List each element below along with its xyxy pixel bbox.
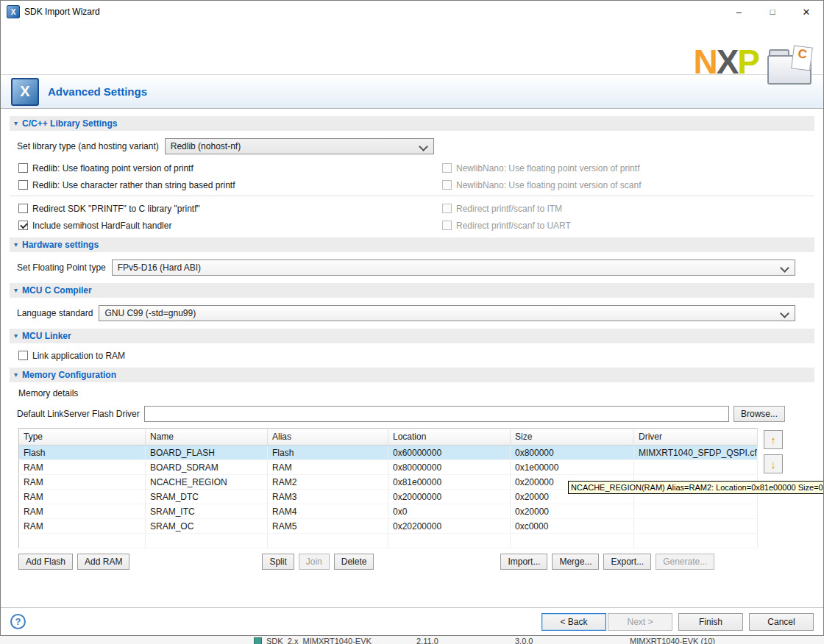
section-mcu-linker[interactable]: ▾ MCU Linker [10,329,814,343]
cell-name: BOARD_FLASH [146,446,268,460]
library-type-combo[interactable]: Redlib (nohost-nf) [165,138,434,154]
section-hardware-settings[interactable]: ▾ Hardware settings [10,237,814,252]
finish-button[interactable]: Finish [678,613,743,631]
collapse-arrow-icon[interactable]: ▾ [14,120,18,127]
collapse-arrow-icon[interactable]: ▾ [14,332,18,340]
cell-size: 0xc0000 [511,519,634,534]
titlebar: X SDK Import Wizard – □ ✕ [1,1,823,23]
section-mcu-c-compiler[interactable]: ▾ MCU C Compiler [10,283,814,298]
cell-location: 0x0 [388,504,511,519]
flash-driver-input[interactable] [144,406,729,422]
maximize-button[interactable]: □ [756,1,789,23]
background-text-fragment: 2.11.0 [416,637,438,644]
section-title: MCU Linker [22,331,71,341]
cell-alias: RAM3 [268,490,388,504]
join-button[interactable]: Join [299,554,330,570]
checkbox-box[interactable] [442,163,452,173]
section-library-settings[interactable]: ▾ C/C++ Library Settings [10,116,814,131]
import-button[interactable]: Import... [500,554,547,570]
checkbox-box[interactable] [442,204,452,213]
add-ram-button[interactable]: Add RAM [77,554,129,570]
col-header-location[interactable]: Location [388,429,511,446]
cell-size: 0x800000 [511,446,634,460]
folder-c-badge: C [797,46,808,62]
checkbox-label: Redlib: Use character rather than string… [32,180,235,190]
minimize-button[interactable]: – [722,1,756,23]
sdk-item-icon [254,637,262,644]
checkbox-label: NewlibNano: Use floating point version o… [456,180,641,190]
checkbox-redirect-itm[interactable]: Redirect printf/scanf to ITM [442,202,814,215]
collapse-arrow-icon[interactable]: ▾ [14,287,18,294]
checkbox-box[interactable] [442,180,452,190]
screen: X SDK Import Wizard – □ ✕ NXP C X Advanc… [0,0,824,644]
checkbox-box[interactable] [18,163,28,173]
col-header-alias[interactable]: Alias [268,429,388,446]
checkbox-box[interactable] [18,351,28,360]
chevron-down-icon [780,309,789,318]
memory-details-label: Memory details [18,388,814,398]
cell-alias: RAM2 [268,475,388,490]
checkbox-redlib-char-printf[interactable]: Redlib: Use character rather than string… [18,179,442,191]
cell-type: RAM [19,460,146,475]
cell-location: 0x20000000 [388,490,511,504]
table-row[interactable]: RAM SRAM_OC RAM5 0x20200000 0xc0000 [19,519,758,534]
checkbox-link-app-to-ram[interactable]: Link application to RAM [18,349,442,362]
add-flash-button[interactable]: Add Flash [18,554,73,570]
collapse-arrow-icon[interactable]: ▾ [14,371,18,379]
close-icon: ✕ [803,7,811,18]
checkbox-newlibnano-float-scanf[interactable]: NewlibNano: Use floating point version o… [442,179,814,191]
language-standard-value: GNU C99 (-std=gnu99) [104,308,196,318]
split-button[interactable]: Split [262,554,294,570]
library-divider [10,196,814,196]
delete-button[interactable]: Delete [334,554,374,570]
browse-button[interactable]: Browse... [734,406,785,422]
checkbox-box[interactable] [18,204,28,213]
sdk-import-wizard-window: X SDK Import Wizard – □ ✕ NXP C X Advanc… [0,0,824,636]
checkbox-box[interactable] [442,221,452,230]
generate-button[interactable]: Generate... [656,554,714,570]
close-button[interactable]: ✕ [789,1,823,23]
checkbox-redlib-float-printf[interactable]: Redlib: Use floating point version of pr… [18,162,442,174]
checkbox-redirect-uart[interactable]: Redirect printf/scanf to UART [442,219,814,232]
language-standard-combo[interactable]: GNU C99 (-std=gnu99) [99,305,795,321]
merge-button[interactable]: Merge... [552,554,599,570]
maximize-icon: □ [770,7,775,16]
checkbox-newlibnano-float-printf[interactable]: NewlibNano: Use floating point version o… [442,162,814,174]
cell-name: SRAM_OC [146,519,268,534]
checkbox-label: Redlib: Use floating point version of pr… [32,163,193,173]
checkbox-semihost-hardfault[interactable]: Include semihost HardFault handler [18,219,442,232]
flash-driver-row: Default LinkServer Flash Driver Browse..… [17,406,814,422]
section-memory-configuration[interactable]: ▾ Memory Configuration [10,368,814,382]
col-header-name[interactable]: Name [146,429,268,446]
next-button[interactable]: Next > [608,613,672,631]
memory-action-buttons: Add Flash Add RAM Split Join Delete Impo… [18,554,814,570]
table-row[interactable]: Flash BOARD_FLASH Flash 0x60000000 0x800… [19,446,758,460]
mcuxpresso-x-logo-icon: X [11,78,39,106]
checkbox-box[interactable] [18,221,28,230]
export-button[interactable]: Export... [603,554,651,570]
back-button[interactable]: < Back [541,613,606,631]
section-title: Hardware settings [22,240,99,250]
window-title: SDK Import Wizard [24,7,100,17]
col-header-size[interactable]: Size [511,429,634,446]
library-type-row: Set library type (and hosting variant) R… [17,138,814,154]
table-row[interactable]: RAM SRAM_ITC RAM4 0x0 0x20000 [19,504,758,519]
collapse-arrow-icon[interactable]: ▾ [14,241,18,248]
flash-driver-label: Default LinkServer Flash Driver [17,409,140,419]
arrow-up-icon: ↑ [770,434,776,446]
fp-type-combo[interactable]: FPv5-D16 (Hard ABI) [112,260,795,276]
move-down-button[interactable]: ↓ [764,454,783,473]
fp-type-row: Set Floating Point type FPv5-D16 (Hard A… [17,260,814,276]
checkbox-box[interactable] [18,180,28,190]
background-text-fragment: MIMXRT1040-EVK (10) [630,637,715,644]
col-header-type[interactable]: Type [19,429,146,446]
cell-type: RAM [19,475,146,490]
move-up-button[interactable]: ↑ [764,430,783,449]
table-row[interactable]: RAM BOARD_SDRAM RAM 0x80000000 0x1e00000 [19,460,758,475]
cell-name: SRAM_ITC [146,504,268,519]
cancel-button[interactable]: Cancel [749,613,814,631]
checkbox-redirect-sdk-printf[interactable]: Redirect SDK "PRINTF" to C library "prin… [18,202,442,215]
help-button[interactable]: ? [10,614,26,629]
col-header-driver[interactable]: Driver [634,429,758,446]
cell-alias: RAM5 [268,519,388,534]
